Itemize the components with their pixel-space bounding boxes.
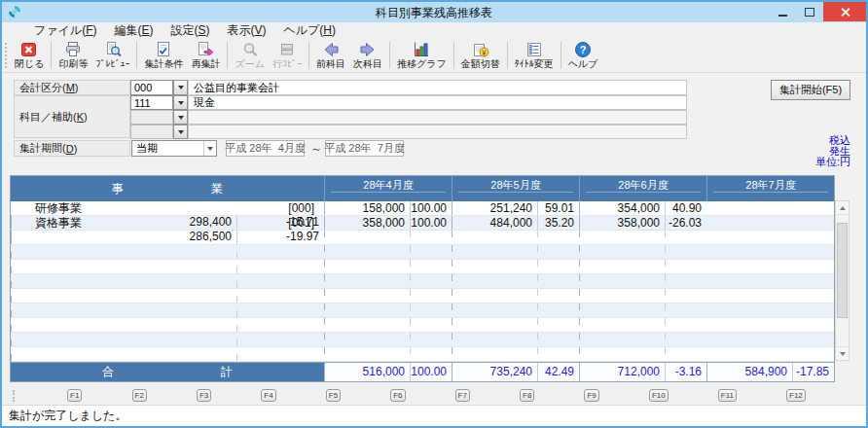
function-key-f7[interactable]: F7 <box>455 389 470 402</box>
toolbar-button-label: 集計条件 <box>144 58 183 69</box>
function-key-f3[interactable]: F3 <box>197 389 211 402</box>
close-button[interactable] <box>823 2 866 21</box>
function-key-f12[interactable]: F12 <box>786 389 806 402</box>
ratio-cell: 100.00 <box>410 216 452 230</box>
toolbar-button-prev-account[interactable]: 前科目 <box>312 40 349 71</box>
menu-item[interactable]: 編集(E) <box>105 21 162 40</box>
account-division-label: 会計区分(M) <box>14 80 130 95</box>
account-code-input[interactable] <box>130 80 173 95</box>
printer-icon <box>64 41 82 58</box>
table-row[interactable] <box>11 333 834 347</box>
function-key-f5[interactable]: F5 <box>326 389 341 402</box>
toolbar-button-close-window[interactable]: 閉じる <box>11 40 48 71</box>
business-name-cell <box>11 347 236 354</box>
aggregate-start-button[interactable]: 集計開始(F5) <box>771 80 850 100</box>
subject2-code-input[interactable] <box>130 110 173 125</box>
ratio-cell <box>236 325 324 332</box>
table-row[interactable] <box>11 318 834 333</box>
total-amount-cell: 584,900 <box>706 363 792 381</box>
subject-code-input[interactable] <box>130 95 173 110</box>
toolbar-button-label: 印刷等 <box>58 58 88 69</box>
function-key-f9[interactable]: F9 <box>584 389 598 402</box>
column-header-business: 事業 <box>11 176 324 201</box>
maximize-button[interactable] <box>796 2 823 21</box>
toolbar-separator <box>308 42 309 69</box>
amount-cell <box>579 231 665 237</box>
amount-cell <box>579 333 665 339</box>
subject3-code-input[interactable] <box>130 125 173 139</box>
period-select[interactable]: 当期 <box>131 140 217 157</box>
title-bar: 科目別事業残高推移表 <box>2 2 866 22</box>
table-row[interactable] <box>11 260 834 274</box>
amount-cell: 358,000 <box>579 216 665 230</box>
amount-cell: 358,000 <box>324 216 410 230</box>
function-key-f11[interactable]: F11 <box>718 389 737 402</box>
toolbar-button-trend-graph[interactable]: 推移グラフ <box>393 40 451 71</box>
amount-cell <box>324 333 410 339</box>
minimize-icon <box>778 15 787 17</box>
title-change-icon <box>525 41 543 58</box>
amount-cell <box>579 318 665 325</box>
function-key-f1[interactable]: F1 <box>67 389 82 402</box>
ratio-cell <box>236 267 324 273</box>
account-lookup-button[interactable] <box>173 80 188 95</box>
trend-graph-icon <box>413 41 430 58</box>
toolbar-button-label: 閉じる <box>15 58 44 69</box>
table-row[interactable] <box>11 303 834 318</box>
ratio-cell <box>665 347 706 354</box>
toolbar-button-label: 次科目 <box>353 58 382 69</box>
vertical-scrollbar[interactable] <box>835 200 850 361</box>
menu-item[interactable]: 設定(S) <box>162 21 218 40</box>
amount-cell <box>11 267 236 273</box>
minimize-button[interactable] <box>769 2 796 21</box>
function-key-f2[interactable]: F2 <box>132 389 147 402</box>
table-row[interactable] <box>11 231 834 245</box>
ratio-cell <box>236 281 324 288</box>
menu-item[interactable]: ファイル(F) <box>25 21 105 40</box>
table-row[interactable] <box>11 245 834 260</box>
subject-lookup-button[interactable] <box>173 95 188 110</box>
toolbar-button-label: ヘルプ <box>568 58 598 69</box>
toolbar-button-aggregate-conditions[interactable]: 集計条件 <box>140 40 187 71</box>
toolbar-button-printer[interactable]: 印刷等 <box>54 40 91 71</box>
subject3-lookup-button[interactable] <box>173 125 188 139</box>
function-key-f10[interactable]: F10 <box>649 389 669 402</box>
toolbar-button-print-preview[interactable]: ﾌﾟﾚﾋﾞｭｰ <box>91 40 133 71</box>
balance-table: 事業 28年4月度28年5月度28年6月度28年7月度 研修事業[000]158… <box>10 175 835 382</box>
business-code-cell: [000] <box>236 201 324 215</box>
business-name-cell <box>11 231 236 237</box>
business-code-cell <box>236 347 324 354</box>
table-row[interactable] <box>11 289 834 303</box>
amount-cell <box>324 347 410 354</box>
scroll-up-button[interactable] <box>836 201 849 215</box>
scroll-down-button[interactable] <box>836 346 849 360</box>
toolbar-button-title-change[interactable]: ﾀｲﾄﾙ変更 <box>511 40 558 71</box>
amount-cell: 251,240 <box>452 201 537 215</box>
table-row[interactable]: 研修事業[000]158,000100.00251,24059.01354,00… <box>11 201 834 216</box>
ratio-cell <box>236 252 324 259</box>
toolbar-button-help[interactable]: ?ヘルプ <box>564 40 602 71</box>
amount-cell <box>452 231 537 237</box>
table-row[interactable] <box>11 274 834 289</box>
scrollbar-thumb[interactable] <box>837 223 848 318</box>
toolbar-button-label: ズーム <box>235 58 264 69</box>
table-row[interactable]: 資格事業[001]358,000100.00484,00035.20358,00… <box>11 216 834 231</box>
ratio-cell <box>537 274 579 281</box>
table-total-row: 合計 516,000100.00735,24042.49712,000-3.16… <box>11 362 834 381</box>
table-row[interactable] <box>11 347 834 362</box>
toolbar-button-next-account[interactable]: 次科目 <box>349 40 386 71</box>
menu-item[interactable]: 表示(V) <box>219 21 275 40</box>
function-key-f6[interactable]: F6 <box>390 389 405 402</box>
amount-cell <box>579 289 665 296</box>
column-header-month: 28年6月度 <box>579 176 706 201</box>
toolbar-button-recalculate[interactable]: 再集計 <box>187 40 224 71</box>
function-key-f8[interactable]: F8 <box>520 389 534 402</box>
toolbar-button-label: 前科目 <box>316 58 345 69</box>
toolbar-button-label: 金額切替 <box>461 58 500 69</box>
toolbar-button-amount-toggle[interactable]: 金額切替 <box>457 40 504 71</box>
business-name-cell <box>11 245 236 252</box>
menu-item[interactable]: ヘルプ(H) <box>275 21 345 40</box>
row-copy-icon <box>278 41 296 58</box>
subject2-lookup-button[interactable] <box>173 110 188 125</box>
function-key-f4[interactable]: F4 <box>261 389 275 402</box>
